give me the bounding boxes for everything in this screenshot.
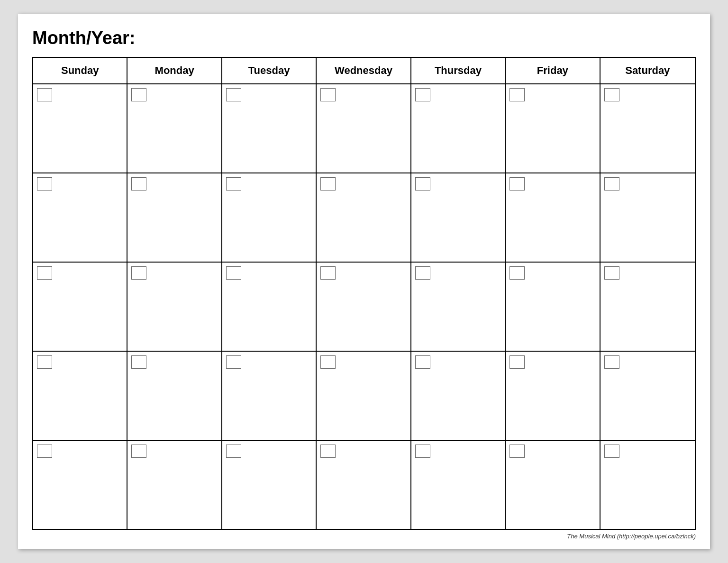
date-box bbox=[320, 177, 336, 191]
calendar-cell bbox=[33, 441, 127, 529]
date-box bbox=[131, 177, 146, 191]
date-box bbox=[37, 177, 52, 191]
header: Month/Year: bbox=[32, 28, 696, 48]
date-box bbox=[415, 266, 430, 280]
calendar-cell bbox=[317, 441, 411, 529]
date-box bbox=[131, 445, 146, 458]
calendar-cell bbox=[601, 84, 695, 173]
calendar-cell bbox=[601, 352, 695, 440]
calendar-cell bbox=[506, 441, 600, 529]
calendar-cell bbox=[127, 352, 222, 440]
date-box bbox=[510, 266, 525, 280]
page: Month/Year: SundayMondayTuesdayWednesday… bbox=[18, 14, 710, 549]
calendar-cell bbox=[317, 173, 411, 262]
calendar-cell bbox=[33, 173, 127, 262]
date-box bbox=[510, 177, 525, 191]
date-box bbox=[131, 88, 146, 101]
calendar-cell bbox=[506, 84, 600, 173]
date-box bbox=[37, 88, 52, 101]
footer-attribution: The Musical Mind (http://people.upei.ca/… bbox=[32, 533, 696, 540]
calendar-cell bbox=[127, 173, 222, 262]
date-box bbox=[37, 266, 52, 280]
calendar-cell bbox=[317, 352, 411, 440]
date-box bbox=[510, 445, 525, 458]
calendar-cell bbox=[127, 84, 222, 173]
date-box bbox=[604, 445, 619, 458]
date-box bbox=[131, 266, 146, 280]
calendar-cell bbox=[411, 352, 506, 440]
calendar-cell bbox=[411, 441, 506, 529]
calendar-cell bbox=[33, 84, 127, 173]
calendar-cell bbox=[601, 173, 695, 262]
calendar-cell bbox=[506, 352, 600, 440]
calendar-cell bbox=[222, 84, 317, 173]
date-box bbox=[510, 355, 525, 369]
calendar-body bbox=[33, 84, 695, 529]
day-header-friday: Friday bbox=[506, 58, 600, 83]
calendar-cell bbox=[601, 441, 695, 529]
date-box bbox=[415, 88, 430, 101]
calendar-cell bbox=[33, 352, 127, 440]
date-box bbox=[510, 88, 525, 101]
calendar-cell bbox=[222, 441, 317, 529]
day-header-saturday: Saturday bbox=[601, 58, 695, 83]
calendar-week-1 bbox=[33, 84, 695, 173]
calendar-cell bbox=[222, 173, 317, 262]
calendar-cell bbox=[601, 263, 695, 351]
calendar-week-5 bbox=[33, 441, 695, 529]
month-year-label: Month/Year: bbox=[32, 28, 135, 48]
date-box bbox=[604, 177, 619, 191]
date-box bbox=[604, 266, 619, 280]
calendar-cell bbox=[317, 84, 411, 173]
calendar-cell bbox=[317, 263, 411, 351]
date-box bbox=[226, 355, 241, 369]
date-box bbox=[415, 355, 430, 369]
date-box bbox=[131, 355, 146, 369]
date-box bbox=[320, 88, 336, 101]
calendar: SundayMondayTuesdayWednesdayThursdayFrid… bbox=[32, 57, 696, 530]
date-box bbox=[226, 88, 241, 101]
date-box bbox=[604, 88, 619, 101]
calendar-cell bbox=[33, 263, 127, 351]
date-box bbox=[37, 445, 52, 458]
date-box bbox=[320, 445, 336, 458]
calendar-week-2 bbox=[33, 173, 695, 263]
date-box bbox=[604, 355, 619, 369]
calendar-cell bbox=[411, 84, 506, 173]
date-box bbox=[415, 177, 430, 191]
date-box bbox=[320, 266, 336, 280]
calendar-cell bbox=[127, 441, 222, 529]
calendar-cell bbox=[411, 263, 506, 351]
calendar-header-row: SundayMondayTuesdayWednesdayThursdayFrid… bbox=[33, 58, 695, 84]
day-header-sunday: Sunday bbox=[33, 58, 127, 83]
date-box bbox=[226, 266, 241, 280]
date-box bbox=[226, 445, 241, 458]
calendar-cell bbox=[506, 263, 600, 351]
date-box bbox=[320, 355, 336, 369]
day-header-thursday: Thursday bbox=[411, 58, 506, 83]
calendar-cell bbox=[222, 263, 317, 351]
calendar-cell bbox=[222, 352, 317, 440]
date-box bbox=[37, 355, 52, 369]
day-header-monday: Monday bbox=[127, 58, 222, 83]
date-box bbox=[226, 177, 241, 191]
calendar-cell bbox=[127, 263, 222, 351]
calendar-week-3 bbox=[33, 263, 695, 352]
day-header-tuesday: Tuesday bbox=[222, 58, 317, 83]
date-box bbox=[415, 445, 430, 458]
calendar-cell bbox=[506, 173, 600, 262]
calendar-week-4 bbox=[33, 352, 695, 441]
calendar-cell bbox=[411, 173, 506, 262]
day-header-wednesday: Wednesday bbox=[317, 58, 411, 83]
